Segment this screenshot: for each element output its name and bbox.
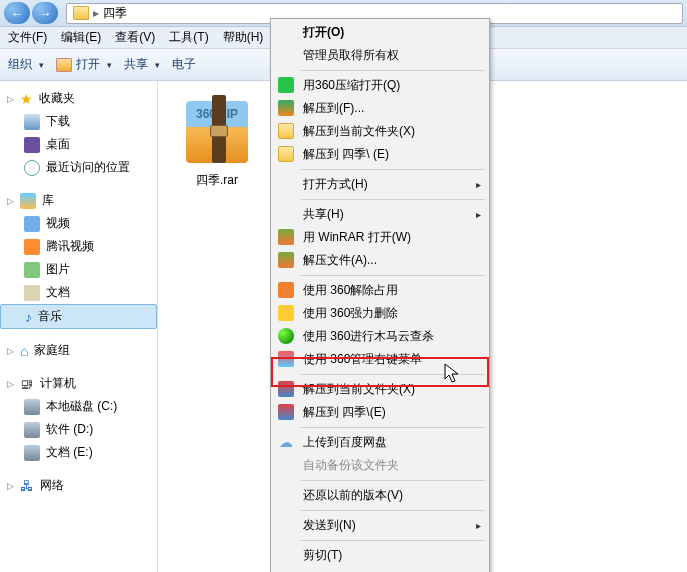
context-menu-item[interactable]: 打开方式(H) — [273, 173, 487, 196]
context-menu-separator — [301, 199, 485, 200]
star-icon: ★ — [20, 91, 33, 107]
nav-forward-button[interactable]: → — [32, 2, 58, 24]
context-menu-item[interactable]: 解压文件(A)... — [273, 249, 487, 272]
file-tile[interactable]: 360 ZIP 四季.rar — [172, 95, 262, 190]
sidebar-item-drive-e[interactable]: 文档 (E:) — [0, 441, 157, 464]
context-menu-item-label: 解压到当前文件夹(X) — [303, 381, 415, 398]
chevron-right-icon: ▸ — [93, 6, 99, 20]
context-menu-item-label: 自动备份该文件夹 — [303, 457, 399, 474]
open-icon — [56, 58, 72, 72]
menu-tools[interactable]: 工具(T) — [165, 27, 212, 48]
context-menu-item: 自动备份该文件夹 — [273, 454, 487, 477]
sidebar-head-libraries[interactable]: ▷库 — [0, 189, 157, 212]
arrow-left-icon: ← — [11, 6, 24, 21]
collapse-icon: ▷ — [6, 481, 14, 491]
context-menu-item-label: 还原以前的版本(V) — [303, 487, 403, 504]
context-menu-item-label: 共享(H) — [303, 206, 344, 223]
context-menu-item[interactable]: 复制(C) — [273, 567, 487, 572]
collapse-icon: ▷ — [6, 346, 14, 356]
context-menu-item[interactable]: 使用 360强力删除 — [273, 302, 487, 325]
context-menu-item[interactable]: 共享(H) — [273, 203, 487, 226]
sidebar-head-favorites[interactable]: ▷★收藏夹 — [0, 87, 157, 110]
context-menu-item[interactable]: 解压到(F)... — [273, 97, 487, 120]
drive-icon — [24, 445, 40, 461]
sidebar-item-music[interactable]: ♪音乐 — [0, 304, 157, 329]
context-menu-item[interactable]: 用360压缩打开(Q) — [273, 74, 487, 97]
context-menu-separator — [301, 275, 485, 276]
context-menu-item[interactable]: 解压到当前文件夹(X) — [273, 120, 487, 143]
context-menu-item-label: 解压到 四季\(E) — [303, 404, 386, 421]
context-menu-separator — [301, 540, 485, 541]
sidebar-item-drive-d[interactable]: 软件 (D:) — [0, 418, 157, 441]
sidebar-group-network: ▷🖧网络 — [0, 474, 157, 497]
context-menu-item[interactable]: 使用 360管理右键菜单 — [273, 348, 487, 371]
ic-ball-icon — [278, 328, 294, 344]
sidebar-item-drive-c[interactable]: 本地磁盘 (C:) — [0, 395, 157, 418]
toolbar-organize[interactable]: 组织 — [8, 56, 44, 73]
context-menu-item-label: 使用 360进行木马云查杀 — [303, 328, 434, 345]
sidebar-group-computer: ▷🖳计算机 本地磁盘 (C:) 软件 (D:) 文档 (E:) — [0, 372, 157, 464]
context-menu-item[interactable]: ☁上传到百度网盘 — [273, 431, 487, 454]
rar-archive-icon: 360 ZIP — [182, 95, 252, 165]
video-icon — [24, 216, 40, 232]
folder-icon — [73, 6, 89, 20]
sidebar-item-recent[interactable]: 最近访问的位置 — [0, 156, 157, 179]
desktop-icon — [24, 137, 40, 153]
context-menu-item[interactable]: 发送到(N) — [273, 514, 487, 537]
collapse-icon: ▷ — [6, 94, 14, 104]
context-menu-separator — [301, 169, 485, 170]
context-menu-item[interactable]: 解压到当前文件夹(X) — [273, 378, 487, 401]
sidebar-item-documents[interactable]: 文档 — [0, 281, 157, 304]
context-menu-item[interactable]: 打开(O) — [273, 21, 487, 44]
context-menu-item-label: 打开(O) — [303, 24, 344, 41]
sidebar-item-videos[interactable]: 视频 — [0, 212, 157, 235]
ic-orange-icon — [278, 282, 294, 298]
toolbar-email[interactable]: 电子 — [172, 56, 196, 73]
nav-back-button[interactable]: ← — [4, 2, 30, 24]
sidebar: ▷★收藏夹 下载 桌面 最近访问的位置 ▷库 视频 腾讯视频 图片 文档 ♪音乐… — [0, 81, 158, 572]
context-menu-item[interactable]: 用 WinRAR 打开(W) — [273, 226, 487, 249]
context-menu-item-label: 使用 360强力删除 — [303, 305, 398, 322]
sidebar-item-desktop[interactable]: 桌面 — [0, 133, 157, 156]
ic-grid-icon — [278, 351, 294, 367]
sidebar-group-favorites: ▷★收藏夹 下载 桌面 最近访问的位置 — [0, 87, 157, 179]
ic-360-icon — [278, 77, 294, 93]
tencent-icon — [24, 239, 40, 255]
sidebar-item-downloads[interactable]: 下载 — [0, 110, 157, 133]
context-menu-item[interactable]: 还原以前的版本(V) — [273, 484, 487, 507]
context-menu-item-label: 解压文件(A)... — [303, 252, 377, 269]
toolbar-share[interactable]: 共享 — [124, 56, 160, 73]
context-menu-item-label: 使用 360解除占用 — [303, 282, 398, 299]
menu-file[interactable]: 文件(F) — [4, 27, 51, 48]
context-menu-item[interactable]: 使用 360解除占用 — [273, 279, 487, 302]
context-menu-item-label: 解压到(F)... — [303, 100, 364, 117]
ic-rar2-icon — [278, 381, 294, 397]
context-menu-item-label: 上传到百度网盘 — [303, 434, 387, 451]
computer-icon: 🖳 — [20, 376, 34, 392]
document-icon — [24, 285, 40, 301]
context-menu-item[interactable]: 解压到 四季\ (E) — [273, 143, 487, 166]
sidebar-item-pictures[interactable]: 图片 — [0, 258, 157, 281]
menu-help[interactable]: 帮助(H) — [219, 27, 268, 48]
recent-icon — [24, 160, 40, 176]
context-menu-item[interactable]: 解压到 四季\(E) — [273, 401, 487, 424]
context-menu-separator — [301, 70, 485, 71]
menu-view[interactable]: 查看(V) — [111, 27, 159, 48]
collapse-icon: ▷ — [6, 196, 14, 206]
context-menu-item-label: 解压到 四季\ (E) — [303, 146, 389, 163]
toolbar-open[interactable]: 打开 — [56, 56, 112, 73]
sidebar-group-libraries: ▷库 视频 腾讯视频 图片 文档 ♪音乐 — [0, 189, 157, 329]
menu-edit[interactable]: 编辑(E) — [57, 27, 105, 48]
sidebar-head-computer[interactable]: ▷🖳计算机 — [0, 372, 157, 395]
context-menu-item[interactable]: 管理员取得所有权 — [273, 44, 487, 67]
context-menu-item[interactable]: 使用 360进行木马云查杀 — [273, 325, 487, 348]
sidebar-item-tencent[interactable]: 腾讯视频 — [0, 235, 157, 258]
ic-winrar-icon — [278, 229, 294, 245]
context-menu-item[interactable]: 剪切(T) — [273, 544, 487, 567]
context-menu-item-label: 解压到当前文件夹(X) — [303, 123, 415, 140]
library-icon — [20, 193, 36, 209]
sidebar-head-network[interactable]: ▷🖧网络 — [0, 474, 157, 497]
ic-folder-icon — [278, 146, 294, 162]
homegroup-icon: ⌂ — [20, 343, 28, 359]
sidebar-head-homegroup[interactable]: ▷⌂家庭组 — [0, 339, 157, 362]
